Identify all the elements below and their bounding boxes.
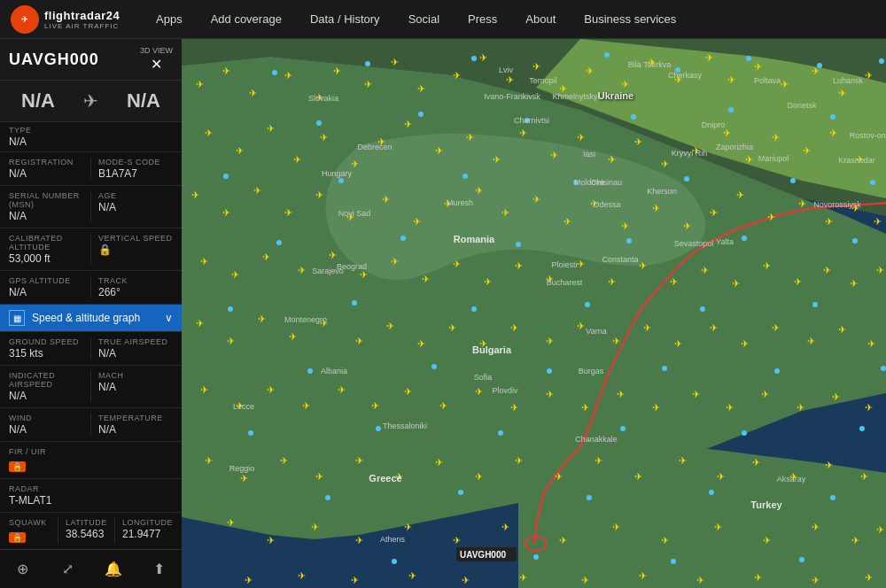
svg-text:Rostov-on-Don: Rostov-on-Don bbox=[850, 131, 886, 140]
svg-text:✈: ✈ bbox=[417, 83, 425, 94]
svg-text:Iasi: Iasi bbox=[583, 150, 595, 159]
lon-value: 21.9477 bbox=[122, 528, 173, 540]
svg-text:✈: ✈ bbox=[289, 331, 297, 342]
svg-text:✈: ✈ bbox=[422, 274, 430, 284]
svg-text:Varna: Varna bbox=[586, 327, 606, 336]
cal-alt-col: CALIBRATED ALTITUDE 53,000 ft bbox=[9, 234, 83, 265]
vertical-col: VERTICAL SPEED 🔒 bbox=[90, 234, 173, 265]
nav-about[interactable]: About bbox=[511, 0, 570, 38]
svg-point-225 bbox=[248, 430, 253, 436]
svg-text:✈: ✈ bbox=[453, 535, 461, 545]
close-button[interactable]: ✕ bbox=[147, 55, 165, 73]
nav-social[interactable]: Social bbox=[394, 0, 454, 38]
lat-col: LATITUDE 38.5463 bbox=[58, 518, 107, 544]
squawk-label: SQUAWK bbox=[9, 518, 51, 527]
svg-text:✈: ✈ bbox=[850, 278, 858, 289]
svg-text:✈: ✈ bbox=[546, 336, 554, 346]
svg-text:Odessa: Odessa bbox=[593, 200, 620, 209]
nav-press[interactable]: Press bbox=[454, 0, 511, 38]
svg-text:✈: ✈ bbox=[258, 313, 266, 324]
svg-text:Greece: Greece bbox=[369, 473, 401, 484]
svg-text:✈: ✈ bbox=[408, 570, 416, 581]
svg-text:✈: ✈ bbox=[621, 220, 629, 231]
svg-text:✈: ✈ bbox=[532, 61, 540, 72]
svg-text:✈: ✈ bbox=[865, 70, 873, 81]
expand-button[interactable]: ⤢ bbox=[52, 553, 84, 585]
svg-point-218 bbox=[812, 302, 818, 307]
mach-col: MACH N/A bbox=[90, 371, 173, 402]
type-label: TYPE bbox=[9, 126, 173, 135]
svg-text:✈: ✈ bbox=[581, 575, 589, 585]
svg-text:✈: ✈ bbox=[838, 88, 846, 98]
svg-text:✈: ✈ bbox=[745, 154, 753, 165]
radar-label: RADAR bbox=[9, 484, 173, 493]
svg-text:✈: ✈ bbox=[466, 132, 474, 143]
svg-text:Hungary: Hungary bbox=[322, 169, 353, 178]
svg-text:✈: ✈ bbox=[515, 260, 523, 271]
svg-point-221 bbox=[547, 368, 552, 374]
svg-point-193 bbox=[879, 58, 884, 64]
svg-text:✈: ✈ bbox=[710, 322, 718, 333]
svg-text:✈: ✈ bbox=[634, 136, 642, 147]
svg-text:Sofia: Sofia bbox=[474, 373, 493, 382]
svg-point-227 bbox=[498, 430, 503, 436]
svg-text:✈: ✈ bbox=[761, 389, 769, 399]
svg-text:✈: ✈ bbox=[253, 185, 261, 196]
svg-text:✈: ✈ bbox=[832, 391, 840, 402]
speed-graph-label: Speed & altitude graph bbox=[32, 312, 165, 324]
svg-point-233 bbox=[587, 495, 592, 500]
svg-point-200 bbox=[223, 174, 229, 179]
logo-title: flightradar24 bbox=[44, 9, 120, 22]
svg-text:✈: ✈ bbox=[267, 123, 275, 134]
svg-text:✈: ✈ bbox=[284, 207, 292, 218]
svg-text:✈: ✈ bbox=[617, 389, 625, 399]
svg-text:✈: ✈ bbox=[612, 522, 620, 532]
svg-point-229 bbox=[742, 430, 747, 436]
svg-text:✈: ✈ bbox=[555, 471, 563, 482]
squawk-badge: 🔒 bbox=[9, 532, 26, 543]
registration-section: REGISTRATION N/A MODE-S CODE B1A7A7 bbox=[0, 152, 182, 186]
gps-row: GPS ALTITUDE N/A TRACK 266° bbox=[9, 276, 173, 298]
nav-business[interactable]: Business services bbox=[570, 0, 690, 38]
svg-text:✈: ✈ bbox=[222, 66, 230, 76]
nav-data-history[interactable]: Data / History bbox=[296, 0, 394, 38]
3d-view-label[interactable]: 3D VIEW bbox=[140, 46, 173, 55]
svg-text:✈: ✈ bbox=[298, 570, 306, 581]
svg-text:✈: ✈ bbox=[519, 128, 527, 138]
navbar: ✈ flightradar24 LIVE AIR TRAFFIC Apps Ad… bbox=[0, 0, 886, 39]
svg-text:Novi Sad: Novi Sad bbox=[338, 209, 371, 218]
svg-text:✈: ✈ bbox=[240, 473, 248, 484]
track-label: TRACK bbox=[98, 276, 173, 285]
map-area[interactable]: ✈ ✈ ✈ ✈ ✈ ✈ ✈ ✈ ✈ ✈ ✈ ✈ ✈ ✈ ✈ ✈ ✈ ✈ ✈ ✈ bbox=[182, 39, 886, 588]
svg-text:✈: ✈ bbox=[763, 535, 771, 545]
svg-text:✈: ✈ bbox=[236, 145, 244, 156]
svg-point-238 bbox=[671, 559, 676, 564]
svg-text:✈: ✈ bbox=[404, 386, 412, 397]
svg-point-209 bbox=[516, 242, 521, 247]
locate-button[interactable]: ⊕ bbox=[7, 553, 39, 585]
svg-text:✈: ✈ bbox=[298, 265, 306, 275]
nav-add-coverage[interactable]: Add coverage bbox=[197, 0, 296, 38]
svg-text:✈: ✈ bbox=[196, 318, 204, 329]
temp-value: N/A bbox=[98, 423, 173, 436]
cal-alt-label: CALIBRATED ALTITUDE bbox=[9, 234, 83, 251]
speed-graph-toggle[interactable]: ▦ Speed & altitude graph ∨ bbox=[0, 305, 182, 332]
svg-point-204 bbox=[684, 176, 689, 182]
fir-section: FIR / UIR 🔒 bbox=[0, 442, 182, 479]
svg-text:Zaporizhia: Zaporizhia bbox=[716, 143, 753, 151]
svg-point-219 bbox=[307, 368, 313, 374]
true-airspeed-value: N/A bbox=[98, 347, 173, 360]
lat-value: 38.5463 bbox=[66, 528, 107, 540]
alert-button[interactable]: 🔔 bbox=[97, 553, 129, 585]
from-code: N/A bbox=[21, 89, 55, 112]
svg-point-215 bbox=[471, 306, 477, 312]
nav-apps[interactable]: Apps bbox=[142, 0, 197, 38]
svg-text:✈: ✈ bbox=[752, 457, 760, 468]
vertical-value: 🔒 bbox=[98, 244, 173, 256]
svg-text:✈: ✈ bbox=[333, 66, 341, 76]
svg-point-191 bbox=[746, 56, 751, 61]
logo[interactable]: ✈ flightradar24 LIVE AIR TRAFFIC bbox=[0, 5, 142, 34]
svg-text:Poltava: Poltava bbox=[754, 76, 781, 85]
share-button[interactable]: ⬆ bbox=[143, 553, 175, 585]
registration-col: REGISTRATION N/A bbox=[9, 158, 83, 180]
